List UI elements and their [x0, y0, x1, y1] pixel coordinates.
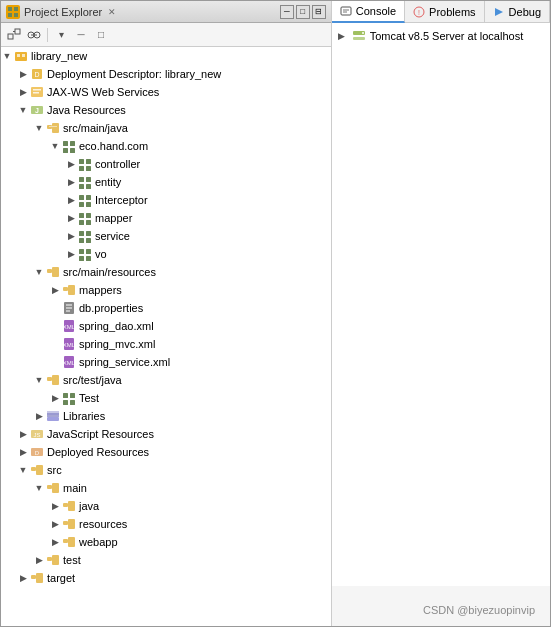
tree-row-eco-hand-com[interactable]: ▼ eco.hand.com [1, 137, 331, 155]
icon-src-main-java [45, 120, 61, 136]
panel-toolbar: ▾ ─ □ [1, 23, 331, 47]
minimize-btn[interactable]: ─ [280, 5, 294, 19]
tree-row-mapper[interactable]: ▶ mapper [1, 209, 331, 227]
tree-row-java-src[interactable]: ▶ java [1, 497, 331, 515]
toggle-java-resources[interactable]: ▼ [17, 104, 29, 116]
maximize-btn[interactable]: □ [296, 5, 310, 19]
tree-row-spring-service[interactable]: XML spring_service.xml [1, 353, 331, 371]
i1 [1, 209, 17, 227]
tree-row-main[interactable]: ▼ main [1, 479, 331, 497]
label-jaxws: JAX-WS Web Services [47, 83, 159, 101]
tree-row-js-resources[interactable]: ▶ JS JavaScript Resources [1, 425, 331, 443]
view-menu-btn[interactable]: ▾ [52, 26, 70, 44]
i2 [17, 173, 33, 191]
svg-rect-90 [31, 575, 36, 579]
tree-row-test-class[interactable]: ▶ Test [1, 389, 331, 407]
tree-row-spring-mvc[interactable]: XML spring_mvc.xml [1, 335, 331, 353]
svg-rect-2 [8, 13, 12, 17]
svg-rect-65 [47, 377, 52, 381]
maximize-view-btn[interactable]: □ [92, 26, 110, 44]
tree-row-vo[interactable]: ▶ vo [1, 245, 331, 263]
tree-row-src-main-java[interactable]: ▼ src/main/java [1, 119, 331, 137]
label-src-main-resources: src/main/resources [63, 263, 156, 281]
label-src-main-java: src/main/java [63, 119, 128, 137]
toggle-js-resources[interactable]: ▶ [17, 428, 29, 440]
toggle-mapper[interactable]: ▶ [65, 212, 77, 224]
i1 [1, 371, 17, 389]
toggle-interceptor[interactable]: ▶ [65, 194, 77, 206]
link-editor-btn[interactable] [25, 26, 43, 44]
tab-debug[interactable]: Debug [485, 1, 550, 23]
svg-rect-87 [68, 537, 75, 547]
toggle-jaxws[interactable]: ▶ [17, 86, 29, 98]
tree-row-spring-dao[interactable]: XML spring_dao.xml [1, 317, 331, 335]
toggle-src-main-res[interactable]: ▼ [33, 266, 45, 278]
toggle-src-test-java[interactable]: ▼ [33, 374, 45, 386]
svg-rect-48 [86, 249, 91, 254]
tree-row-service[interactable]: ▶ service [1, 227, 331, 245]
restore-btn[interactable]: ⊟ [312, 5, 326, 19]
tree-row-jaxws[interactable]: ▶ JAX-WS Web Services [1, 83, 331, 101]
svg-rect-80 [47, 485, 52, 489]
label-target: target [47, 569, 75, 587]
svg-rect-30 [86, 166, 91, 171]
toggle-deployed-resources[interactable]: ▶ [17, 446, 29, 458]
toggle-src[interactable]: ▼ [17, 464, 29, 476]
tree-row-db-properties[interactable]: db.properties [1, 299, 331, 317]
i4 [49, 173, 65, 191]
tree-row-src-test-java[interactable]: ▼ src/test/java [1, 371, 331, 389]
toggle-library-new[interactable]: ▼ [1, 50, 13, 62]
toggle-target[interactable]: ▶ [17, 572, 29, 584]
tree-row-entity[interactable]: ▶ entity [1, 173, 331, 191]
main-window: Project Explorer ✕ ─ □ ⊟ [0, 0, 551, 627]
i4 [49, 227, 65, 245]
tree-row-deployed-resources[interactable]: ▶ D Deployed Resources [1, 443, 331, 461]
label-js-resources: JavaScript Resources [47, 425, 154, 443]
toggle-eco-hand-com[interactable]: ▼ [49, 140, 61, 152]
tree-row-library-new[interactable]: ▼ library_new [1, 47, 331, 65]
tree-row-interceptor[interactable]: ▶ Interceptor [1, 191, 331, 209]
console-server-item[interactable]: ▶ Tomcat v8.5 Server at localhost [336, 27, 546, 45]
toggle-resources-src[interactable]: ▶ [49, 518, 61, 530]
i2 [17, 551, 33, 569]
minimize-view-btn[interactable]: ─ [72, 26, 90, 44]
svg-text:D: D [35, 450, 40, 456]
toggle-main[interactable]: ▼ [33, 482, 45, 494]
svg-rect-11 [17, 54, 20, 57]
server-toggle[interactable]: ▶ [336, 30, 348, 42]
tree-row-src[interactable]: ▼ src [1, 461, 331, 479]
tree-row-src-main-resources[interactable]: ▼ src/main/resources [1, 263, 331, 281]
toggle-vo[interactable]: ▶ [65, 248, 77, 260]
toggle-deployment[interactable]: ▶ [17, 68, 29, 80]
toggle-controller[interactable]: ▶ [65, 158, 77, 170]
svg-point-99 [362, 32, 364, 34]
tree-row-java-resources[interactable]: ▼ J Java Resources [1, 101, 331, 119]
tree-row-resources-src[interactable]: ▶ resources [1, 515, 331, 533]
toggle-webapp[interactable]: ▶ [49, 536, 61, 548]
toggle-test-src[interactable]: ▶ [33, 554, 45, 566]
tab-console[interactable]: Console [332, 1, 405, 23]
tree-row-libraries[interactable]: ▶ Libraries [1, 407, 331, 425]
i4 [49, 209, 65, 227]
icon-spring-service: XML [61, 354, 77, 370]
tree-row-test-src[interactable]: ▶ test [1, 551, 331, 569]
toggle-mappers[interactable]: ▶ [49, 284, 61, 296]
collapse-all-btn[interactable] [5, 26, 23, 44]
tree-row-webapp[interactable]: ▶ webapp [1, 533, 331, 551]
tree-row-target[interactable]: ▶ target [1, 569, 331, 587]
i1 [1, 191, 17, 209]
tree-row-deployment[interactable]: ▶ D Deployment Descriptor: library_new [1, 65, 331, 83]
icon-deployed-resources: D [29, 444, 45, 460]
toggle-libraries[interactable]: ▶ [33, 410, 45, 422]
toggle-java-src[interactable]: ▶ [49, 500, 61, 512]
label-test-class: Test [79, 389, 99, 407]
tree-row-controller[interactable]: ▶ controller [1, 155, 331, 173]
tab-problems[interactable]: ! Problems [405, 1, 484, 23]
toggle-service[interactable]: ▶ [65, 230, 77, 242]
toggle-src-main-java[interactable]: ▼ [33, 122, 45, 134]
i1 [1, 263, 17, 281]
toggle-entity[interactable]: ▶ [65, 176, 77, 188]
project-tree[interactable]: ▼ library_new ▶ [1, 47, 331, 626]
toggle-test-class[interactable]: ▶ [49, 392, 61, 404]
tree-row-mappers[interactable]: ▶ mappers [1, 281, 331, 299]
